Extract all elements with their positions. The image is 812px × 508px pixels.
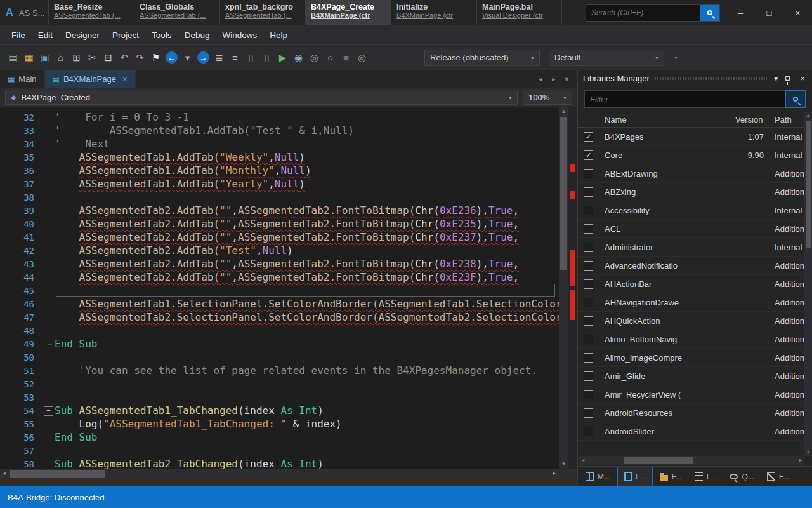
library-row[interactable]: AdvancedNotificatioAdditional	[578, 257, 804, 275]
header-tab-mainpage-bal[interactable]: MainPage.balVisual Designer (ctr	[476, 0, 562, 25]
library-checkbox[interactable]	[584, 390, 593, 399]
scroll-down-icon[interactable]: ▼	[559, 460, 568, 469]
redo-icon[interactable]: ↷	[132, 50, 148, 66]
stop-icon[interactable]: ■	[338, 50, 354, 66]
build-configuration-select[interactable]: Release (obfuscated) ▾	[424, 50, 540, 66]
library-checkbox[interactable]	[584, 408, 593, 418]
library-checkbox[interactable]	[584, 169, 593, 178]
new-project-icon[interactable]: ▤	[5, 50, 21, 66]
library-checkbox[interactable]	[584, 371, 593, 381]
library-checkbox[interactable]	[584, 427, 593, 436]
menu-designer[interactable]: Designer	[59, 28, 106, 43]
menu-file[interactable]: File	[5, 28, 32, 43]
tab-scroll-right-icon[interactable]: ►	[551, 76, 556, 83]
header-tab-b4xpage-create[interactable]: B4XPage_CreateB4XMainPage (ctr	[305, 0, 391, 25]
code-line-39[interactable]: 39 ASSegmentedTab2.AddTab("",ASSegmented…	[6, 204, 559, 217]
restart-icon[interactable]: ◎	[354, 50, 370, 66]
close-button[interactable]: ×	[783, 0, 812, 25]
code-line-53[interactable]: 53	[6, 391, 559, 404]
library-checkbox[interactable]	[584, 187, 593, 197]
menu-windows[interactable]: Windows	[216, 28, 263, 43]
header-tab-initialize[interactable]: InitializeB4XMainPage (ctr	[391, 0, 476, 25]
panel-tab-quick-search[interactable]: Q...	[724, 467, 759, 486]
usb-connect-icon[interactable]: ○	[322, 50, 338, 66]
code-line-54[interactable]: 54Sub ASSegmentedTab1_TabChanged(index A…	[6, 404, 559, 417]
close-tab-icon[interactable]: ×	[122, 74, 128, 84]
library-row[interactable]: AHQuickActionAdditional	[578, 312, 804, 330]
code-line-41[interactable]: 41 ASSegmentedTab2.AddTab("",ASSegmented…	[6, 231, 559, 244]
code-line-46[interactable]: 46 ASSegmentedTab1.SelectionPanel.SetCol…	[6, 297, 559, 311]
code-line-49[interactable]: 49End Sub	[6, 337, 559, 351]
sync-device-icon[interactable]: ▯	[259, 50, 275, 66]
library-checkbox[interactable]	[584, 316, 593, 326]
scroll-right-icon[interactable]: ►	[550, 469, 559, 479]
profile-select[interactable]: Default ▾	[549, 50, 664, 66]
code-line-33[interactable]: 33' ASSegmentedTab1.AddTab("Test " & i,N…	[6, 124, 559, 137]
code-line-45[interactable]: 45	[6, 284, 559, 297]
panel-drag-grip[interactable]	[655, 77, 767, 80]
library-checkbox[interactable]	[584, 206, 593, 215]
search-input[interactable]	[586, 5, 700, 21]
scroll-right-icon[interactable]: ►	[797, 456, 804, 465]
cut-icon[interactable]: ✂	[84, 50, 100, 66]
panel-tab-libraries[interactable]: L...	[617, 467, 653, 486]
code-line-37[interactable]: 37 ASSegmentedTab1.AddTab("Yearly",Null)	[6, 177, 559, 190]
menu-edit[interactable]: Edit	[32, 28, 59, 43]
sub-navigator-select[interactable]: ◆ B4XPage_Created ▾	[5, 90, 518, 105]
library-checkbox[interactable]	[584, 243, 593, 252]
code-line-32[interactable]: 32' For i = 0 To 3 -1	[6, 110, 559, 124]
scroll-up-icon[interactable]: ▲	[804, 112, 812, 119]
code-line-58[interactable]: 58Sub ASSegmentedTab2_TabChanged(index A…	[6, 457, 559, 469]
panel-tab-files[interactable]: F...	[654, 467, 688, 486]
checkbox-column-header[interactable]	[578, 112, 599, 127]
code-line-50[interactable]: 50	[6, 351, 559, 364]
code-line-55[interactable]: 55 Log("ASSegmentedTab1_TabChanged: " & …	[6, 417, 559, 431]
minimize-button[interactable]: ─	[726, 0, 755, 25]
menu-help[interactable]: Help	[263, 28, 294, 43]
scrollbar-thumb[interactable]	[806, 121, 811, 248]
panel-close-icon[interactable]: ×	[798, 74, 807, 83]
code-line-36[interactable]: 36 ASSegmentedTab1.AddTab("Monthly",Null…	[6, 164, 559, 177]
library-row[interactable]: Alimo_BottomNavigAdditional	[578, 330, 804, 349]
save-icon[interactable]: ▣	[37, 50, 53, 66]
fold-toggle-icon[interactable]	[42, 457, 55, 469]
library-row[interactable]: ABZxingAdditional	[578, 183, 804, 201]
code-line-34[interactable]: 34' Next	[6, 137, 559, 150]
panel-tab-find[interactable]: F...	[761, 467, 795, 486]
code-line-38[interactable]: 38	[6, 190, 559, 204]
navigate-back-icon[interactable]: ←	[164, 50, 180, 66]
library-row[interactable]: AHActionBarAdditional	[578, 275, 804, 293]
run-device-icon[interactable]: ▯	[243, 50, 259, 66]
library-row[interactable]: AndroidSliderAdditional	[578, 422, 804, 441]
b4a-bridge-icon[interactable]: ◉	[291, 50, 306, 66]
library-checkbox[interactable]	[584, 279, 593, 289]
library-row[interactable]: AndroidResourcesAdditional	[578, 404, 804, 422]
library-checkbox[interactable]	[584, 224, 593, 234]
bookmark-icon[interactable]: ⚑	[148, 50, 164, 66]
run-icon[interactable]: ▶	[275, 50, 291, 66]
code-line-51[interactable]: 51 'You can see the list of page related…	[6, 364, 559, 377]
library-checkbox[interactable]	[584, 353, 593, 363]
code-line-47[interactable]: 47 ASSegmentedTab2.SelectionPanel.SetCol…	[6, 311, 559, 324]
modules-icon[interactable]: ⊞	[69, 50, 84, 66]
scroll-up-icon[interactable]: ▲	[559, 107, 568, 116]
library-checkbox[interactable]	[584, 261, 593, 271]
scroll-down-icon[interactable]: ▼	[804, 448, 812, 456]
code-line-35[interactable]: 35 ASSegmentedTab1.AddTab("Weekly",Null)	[6, 150, 559, 164]
menu-debug[interactable]: Debug	[178, 28, 216, 43]
build-icon[interactable]: ⌂	[53, 50, 69, 66]
library-row[interactable]: ABExtDrawingAdditional	[578, 164, 804, 183]
tab-scroll-left-icon[interactable]: ◄	[537, 76, 543, 83]
search-button[interactable]	[700, 5, 719, 21]
menu-project[interactable]: Project	[106, 28, 145, 43]
path-column-header[interactable]: Path	[769, 112, 804, 127]
library-row[interactable]: ACLAdditional	[578, 220, 804, 238]
editor-vertical-scrollbar[interactable]: ▲ ▼	[559, 107, 568, 469]
pin-icon[interactable]	[785, 76, 790, 81]
header-tab-base-resize[interactable]: Base_ResizeASSegmentedTab (...	[48, 0, 134, 25]
open-project-icon[interactable]: ▦	[21, 50, 37, 66]
library-row[interactable]: ✓B4XPages1.07Internal	[578, 128, 804, 146]
panel-menu-icon[interactable]: ▾	[772, 74, 780, 83]
editor-horizontal-scrollbar[interactable]: ◄ ►	[0, 469, 559, 479]
library-row[interactable]: AccessibilityInternal	[578, 201, 804, 220]
